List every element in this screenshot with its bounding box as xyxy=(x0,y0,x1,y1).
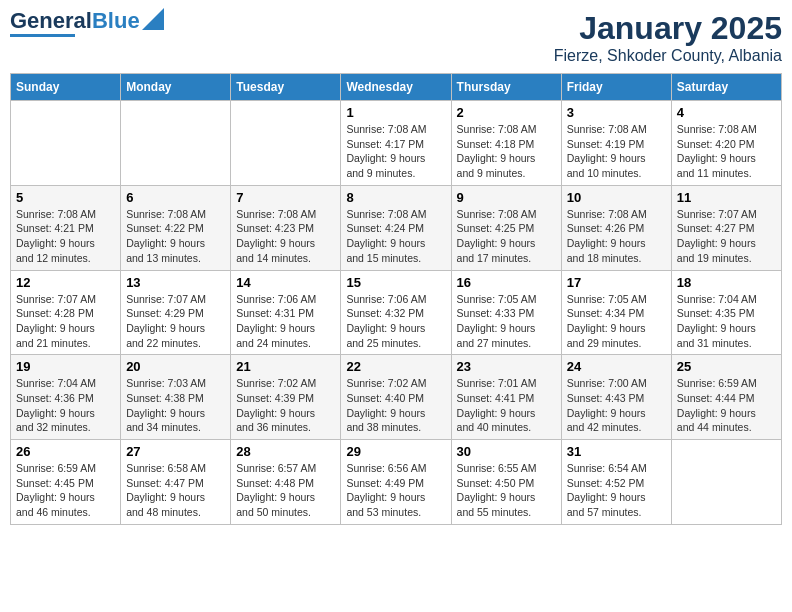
day-info: Sunrise: 7:08 AMSunset: 4:23 PMDaylight:… xyxy=(236,207,335,266)
day-number: 7 xyxy=(236,190,335,205)
calendar-week-row: 12Sunrise: 7:07 AMSunset: 4:28 PMDayligh… xyxy=(11,270,782,355)
day-info: Sunrise: 6:59 AMSunset: 4:45 PMDaylight:… xyxy=(16,461,115,520)
day-number: 21 xyxy=(236,359,335,374)
calendar-day-cell xyxy=(671,440,781,525)
calendar-day-cell xyxy=(11,101,121,186)
day-number: 1 xyxy=(346,105,445,120)
day-number: 17 xyxy=(567,275,666,290)
calendar-subtitle: Fierze, Shkoder County, Albania xyxy=(554,47,782,65)
day-of-week-header: Monday xyxy=(121,74,231,101)
day-info: Sunrise: 7:05 AMSunset: 4:33 PMDaylight:… xyxy=(457,292,556,351)
day-number: 29 xyxy=(346,444,445,459)
calendar-week-row: 1Sunrise: 7:08 AMSunset: 4:17 PMDaylight… xyxy=(11,101,782,186)
calendar-day-cell xyxy=(231,101,341,186)
day-of-week-header: Friday xyxy=(561,74,671,101)
calendar-day-cell: 3Sunrise: 7:08 AMSunset: 4:19 PMDaylight… xyxy=(561,101,671,186)
day-info: Sunrise: 7:08 AMSunset: 4:17 PMDaylight:… xyxy=(346,122,445,181)
day-number: 8 xyxy=(346,190,445,205)
day-info: Sunrise: 7:08 AMSunset: 4:24 PMDaylight:… xyxy=(346,207,445,266)
day-number: 22 xyxy=(346,359,445,374)
day-info: Sunrise: 7:01 AMSunset: 4:41 PMDaylight:… xyxy=(457,376,556,435)
day-info: Sunrise: 6:54 AMSunset: 4:52 PMDaylight:… xyxy=(567,461,666,520)
day-info: Sunrise: 7:07 AMSunset: 4:28 PMDaylight:… xyxy=(16,292,115,351)
day-number: 12 xyxy=(16,275,115,290)
day-info: Sunrise: 7:08 AMSunset: 4:19 PMDaylight:… xyxy=(567,122,666,181)
calendar-day-cell: 17Sunrise: 7:05 AMSunset: 4:34 PMDayligh… xyxy=(561,270,671,355)
day-number: 6 xyxy=(126,190,225,205)
day-info: Sunrise: 7:08 AMSunset: 4:21 PMDaylight:… xyxy=(16,207,115,266)
calendar-day-cell: 20Sunrise: 7:03 AMSunset: 4:38 PMDayligh… xyxy=(121,355,231,440)
calendar-day-cell: 9Sunrise: 7:08 AMSunset: 4:25 PMDaylight… xyxy=(451,185,561,270)
calendar-header-row: SundayMondayTuesdayWednesdayThursdayFrid… xyxy=(11,74,782,101)
logo: GeneralBlue xyxy=(10,10,164,37)
calendar-day-cell: 8Sunrise: 7:08 AMSunset: 4:24 PMDaylight… xyxy=(341,185,451,270)
day-of-week-header: Tuesday xyxy=(231,74,341,101)
calendar-day-cell: 21Sunrise: 7:02 AMSunset: 4:39 PMDayligh… xyxy=(231,355,341,440)
calendar-title: January 2025 xyxy=(554,10,782,47)
day-number: 16 xyxy=(457,275,556,290)
day-number: 14 xyxy=(236,275,335,290)
calendar-day-cell: 27Sunrise: 6:58 AMSunset: 4:47 PMDayligh… xyxy=(121,440,231,525)
day-info: Sunrise: 7:06 AMSunset: 4:31 PMDaylight:… xyxy=(236,292,335,351)
calendar-week-row: 5Sunrise: 7:08 AMSunset: 4:21 PMDaylight… xyxy=(11,185,782,270)
calendar-body: 1Sunrise: 7:08 AMSunset: 4:17 PMDaylight… xyxy=(11,101,782,525)
day-info: Sunrise: 6:57 AMSunset: 4:48 PMDaylight:… xyxy=(236,461,335,520)
calendar-week-row: 26Sunrise: 6:59 AMSunset: 4:45 PMDayligh… xyxy=(11,440,782,525)
day-number: 19 xyxy=(16,359,115,374)
day-number: 30 xyxy=(457,444,556,459)
day-number: 23 xyxy=(457,359,556,374)
day-number: 5 xyxy=(16,190,115,205)
calendar-day-cell: 2Sunrise: 7:08 AMSunset: 4:18 PMDaylight… xyxy=(451,101,561,186)
day-info: Sunrise: 7:04 AMSunset: 4:36 PMDaylight:… xyxy=(16,376,115,435)
day-number: 28 xyxy=(236,444,335,459)
day-number: 31 xyxy=(567,444,666,459)
calendar-day-cell: 23Sunrise: 7:01 AMSunset: 4:41 PMDayligh… xyxy=(451,355,561,440)
day-number: 3 xyxy=(567,105,666,120)
calendar-day-cell: 30Sunrise: 6:55 AMSunset: 4:50 PMDayligh… xyxy=(451,440,561,525)
calendar-day-cell: 5Sunrise: 7:08 AMSunset: 4:21 PMDaylight… xyxy=(11,185,121,270)
calendar-day-cell: 25Sunrise: 6:59 AMSunset: 4:44 PMDayligh… xyxy=(671,355,781,440)
calendar-day-cell: 6Sunrise: 7:08 AMSunset: 4:22 PMDaylight… xyxy=(121,185,231,270)
day-number: 10 xyxy=(567,190,666,205)
day-info: Sunrise: 7:08 AMSunset: 4:18 PMDaylight:… xyxy=(457,122,556,181)
calendar-day-cell: 11Sunrise: 7:07 AMSunset: 4:27 PMDayligh… xyxy=(671,185,781,270)
day-info: Sunrise: 6:58 AMSunset: 4:47 PMDaylight:… xyxy=(126,461,225,520)
day-number: 11 xyxy=(677,190,776,205)
title-section: January 2025 Fierze, Shkoder County, Alb… xyxy=(554,10,782,65)
calendar-day-cell: 1Sunrise: 7:08 AMSunset: 4:17 PMDaylight… xyxy=(341,101,451,186)
day-number: 15 xyxy=(346,275,445,290)
calendar-day-cell: 13Sunrise: 7:07 AMSunset: 4:29 PMDayligh… xyxy=(121,270,231,355)
day-info: Sunrise: 6:55 AMSunset: 4:50 PMDaylight:… xyxy=(457,461,556,520)
day-number: 25 xyxy=(677,359,776,374)
day-info: Sunrise: 7:06 AMSunset: 4:32 PMDaylight:… xyxy=(346,292,445,351)
calendar-day-cell: 10Sunrise: 7:08 AMSunset: 4:26 PMDayligh… xyxy=(561,185,671,270)
day-info: Sunrise: 7:02 AMSunset: 4:39 PMDaylight:… xyxy=(236,376,335,435)
page-header: GeneralBlue January 2025 Fierze, Shkoder… xyxy=(10,10,782,65)
calendar-day-cell: 16Sunrise: 7:05 AMSunset: 4:33 PMDayligh… xyxy=(451,270,561,355)
day-info: Sunrise: 7:03 AMSunset: 4:38 PMDaylight:… xyxy=(126,376,225,435)
day-number: 2 xyxy=(457,105,556,120)
calendar-day-cell: 29Sunrise: 6:56 AMSunset: 4:49 PMDayligh… xyxy=(341,440,451,525)
day-number: 27 xyxy=(126,444,225,459)
calendar-day-cell: 24Sunrise: 7:00 AMSunset: 4:43 PMDayligh… xyxy=(561,355,671,440)
day-info: Sunrise: 7:07 AMSunset: 4:27 PMDaylight:… xyxy=(677,207,776,266)
day-info: Sunrise: 6:59 AMSunset: 4:44 PMDaylight:… xyxy=(677,376,776,435)
calendar-day-cell: 18Sunrise: 7:04 AMSunset: 4:35 PMDayligh… xyxy=(671,270,781,355)
day-info: Sunrise: 7:00 AMSunset: 4:43 PMDaylight:… xyxy=(567,376,666,435)
day-number: 13 xyxy=(126,275,225,290)
calendar-day-cell: 26Sunrise: 6:59 AMSunset: 4:45 PMDayligh… xyxy=(11,440,121,525)
day-info: Sunrise: 7:04 AMSunset: 4:35 PMDaylight:… xyxy=(677,292,776,351)
day-info: Sunrise: 7:08 AMSunset: 4:26 PMDaylight:… xyxy=(567,207,666,266)
calendar-day-cell: 12Sunrise: 7:07 AMSunset: 4:28 PMDayligh… xyxy=(11,270,121,355)
logo-text: GeneralBlue xyxy=(10,10,140,32)
day-info: Sunrise: 6:56 AMSunset: 4:49 PMDaylight:… xyxy=(346,461,445,520)
calendar-table: SundayMondayTuesdayWednesdayThursdayFrid… xyxy=(10,73,782,525)
calendar-day-cell: 19Sunrise: 7:04 AMSunset: 4:36 PMDayligh… xyxy=(11,355,121,440)
calendar-day-cell: 31Sunrise: 6:54 AMSunset: 4:52 PMDayligh… xyxy=(561,440,671,525)
calendar-day-cell: 14Sunrise: 7:06 AMSunset: 4:31 PMDayligh… xyxy=(231,270,341,355)
calendar-week-row: 19Sunrise: 7:04 AMSunset: 4:36 PMDayligh… xyxy=(11,355,782,440)
calendar-day-cell: 22Sunrise: 7:02 AMSunset: 4:40 PMDayligh… xyxy=(341,355,451,440)
day-info: Sunrise: 7:05 AMSunset: 4:34 PMDaylight:… xyxy=(567,292,666,351)
day-info: Sunrise: 7:02 AMSunset: 4:40 PMDaylight:… xyxy=(346,376,445,435)
day-info: Sunrise: 7:08 AMSunset: 4:25 PMDaylight:… xyxy=(457,207,556,266)
